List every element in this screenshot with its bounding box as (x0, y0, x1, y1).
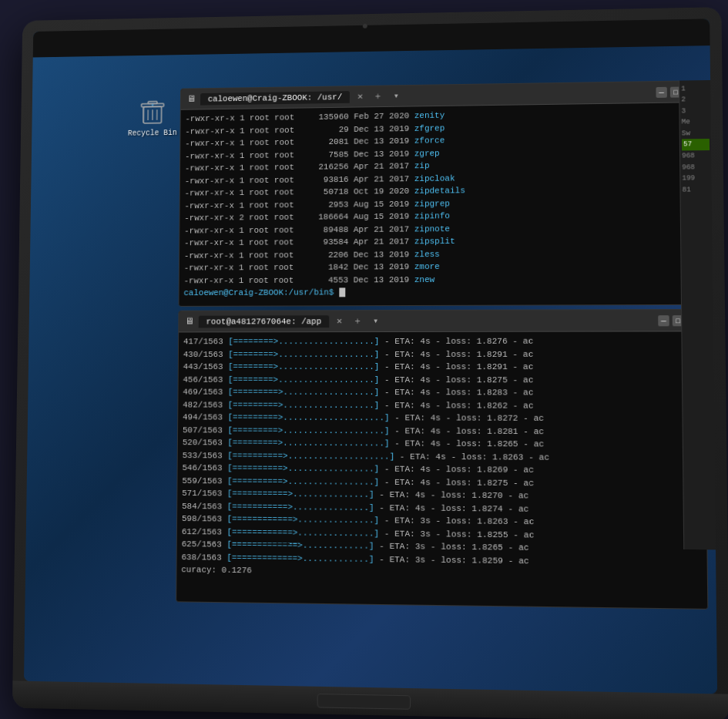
terminal-2-icon: 🖥 (185, 315, 194, 327)
terminal-2-titlebar: 🖥 root@a4812767064e: /app ✕ ＋ ▾ ─ □ ✕ (179, 309, 704, 332)
terminal-1-add-tab[interactable]: ＋ (370, 89, 385, 102)
minimize-btn-1[interactable]: ─ (656, 86, 666, 97)
terminal-2-body: 417/1563 [========>...................] … (176, 331, 707, 608)
progress-line: 520/1563 [=========>....................… (182, 436, 700, 452)
progress-line: 443/1563 [========>...................] … (183, 360, 699, 373)
right-panel-numbers: 123MeSw5796896819981 (679, 79, 712, 198)
terminal-2-dropdown[interactable]: ▾ (370, 315, 381, 327)
right-panel-value: 968 (682, 161, 710, 173)
svg-text:♻: ♻ (151, 102, 153, 106)
progress-line: 456/1563 [========>...................] … (183, 373, 699, 386)
right-panel-number: Me (681, 116, 709, 128)
right-panel-number: 2 (681, 94, 709, 106)
laptop-screen: ♻ Recycle Bin 🖥 caloewen@Craig-ZBOOK: /u… (24, 18, 717, 694)
camera (362, 23, 367, 28)
right-panel-number: 3 (681, 105, 709, 116)
progress-line: 494/1563 [=========>....................… (183, 411, 700, 425)
screen-content: ♻ Recycle Bin 🖥 caloewen@Craig-ZBOOK: /u… (24, 45, 717, 694)
progress-line: 417/1563 [========>...................] … (183, 334, 699, 348)
terminal-2[interactable]: 🖥 root@a4812767064e: /app ✕ ＋ ▾ ─ □ ✕ 41… (176, 308, 708, 609)
trackpad[interactable] (317, 693, 410, 709)
minimize-btn-2[interactable]: ─ (658, 314, 669, 325)
recycle-bin-label: Recycle Bin (127, 129, 176, 138)
right-panel-value: 968 (682, 150, 710, 162)
recycle-bin-icon[interactable]: ♻ Recycle Bin (127, 96, 176, 137)
terminal-1-dropdown[interactable]: ▾ (390, 90, 401, 102)
terminal-2-add-tab[interactable]: ＋ (350, 314, 365, 328)
progress-line: 430/1563 [========>...................] … (183, 348, 699, 361)
terminal-1-icon: 🖥 (186, 93, 196, 105)
terminal-1-close-tab[interactable]: ✕ (354, 90, 366, 102)
laptop: ♻ Recycle Bin 🖥 caloewen@Craig-ZBOOK: /u… (12, 7, 728, 719)
right-panel-number: 1 (681, 82, 709, 94)
terminal-1[interactable]: 🖥 caloewen@Craig-ZBOOK: /usr/ ✕ ＋ ▾ ─ □ … (178, 80, 704, 307)
terminal-2-tab[interactable]: root@a4812767064e: /app (198, 314, 328, 327)
right-panel-highlighted: 57 (681, 138, 709, 150)
file-line: -rwxr-xr-x 1 root root 4553 Dec 13 2019 … (183, 271, 699, 286)
progress-line: 482/1563 [=========>..................] … (183, 398, 700, 412)
right-panel-value: 81 (682, 183, 710, 195)
progress-line: 469/1563 [=========>..................] … (183, 385, 700, 399)
right-panel-number: Sw (681, 127, 709, 139)
prompt-line: caloewen@Craig-ZBOOK:/usr/bin$ (183, 284, 699, 299)
terminal-2-close-tab[interactable]: ✕ (334, 315, 345, 327)
terminal-1-tab[interactable]: caloewen@Craig-ZBOOK: /usr/ (200, 90, 350, 104)
right-panel-value: 199 (682, 173, 710, 184)
recycle-bin-svg: ♻ (137, 96, 167, 126)
terminal-1-body: -rwxr-xr-x 1 root root 135960 Feb 27 202… (179, 102, 703, 306)
right-panel: 123MeSw5796896819981 (679, 79, 716, 549)
